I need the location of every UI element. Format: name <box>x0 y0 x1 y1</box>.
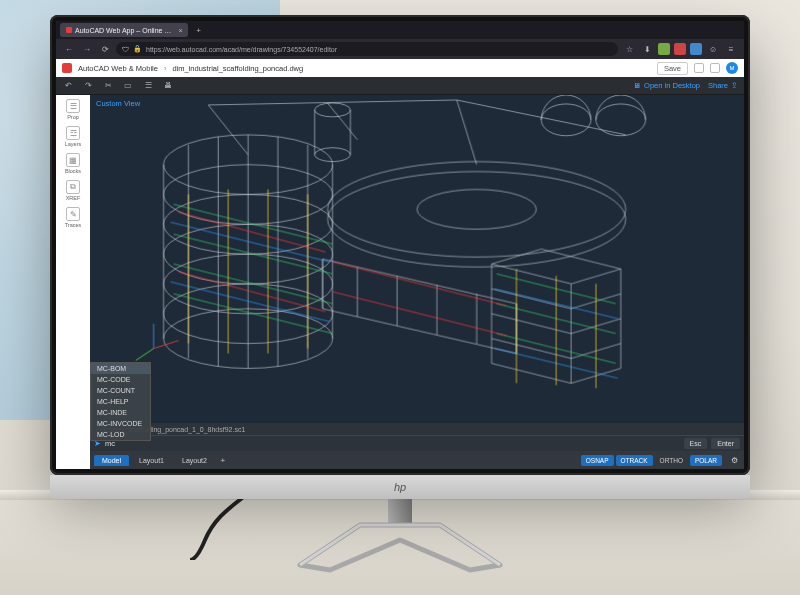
forward-button[interactable]: → <box>80 42 94 56</box>
extension-icon[interactable] <box>674 43 686 55</box>
app-toolbar: ↶ ↷ ✂ ▭ ☰ 🖶 🖥 Open in Desktop Share ⇪ <box>56 77 744 95</box>
traces-icon: ✎ <box>66 207 80 221</box>
header-icon[interactable] <box>710 63 720 73</box>
blocks-icon: ▦ <box>66 153 80 167</box>
sidebar-item-layers[interactable]: ☲Layers <box>59 126 87 147</box>
canvas[interactable] <box>90 95 744 423</box>
monitor: AutoCAD Web App – Online … × + ← → ⟳ 🛡 🔒… <box>50 15 750 475</box>
bottom-bar: Model Layout1 Layout2 + OSNAP OTRACK ORT… <box>90 451 744 469</box>
product-name: AutoCAD Web & Mobile <box>78 64 158 73</box>
extension-icon[interactable] <box>690 43 702 55</box>
autocomplete-item[interactable]: MC-HELP <box>91 396 150 407</box>
sidebar-item-xref[interactable]: ⧉XREF <box>59 180 87 201</box>
sidebar-item-traces[interactable]: ✎Traces <box>59 207 87 228</box>
left-sidebar: ☰Prop ☲Layers ▦Blocks ⧉XREF ✎Traces <box>56 95 90 469</box>
svg-point-13 <box>315 148 351 162</box>
toggle-ortho[interactable]: ORTHO <box>655 455 688 466</box>
shield-icon: 🛡 <box>122 46 129 53</box>
reload-button[interactable]: ⟳ <box>98 42 112 56</box>
desktop-icon: 🖥 <box>633 81 641 90</box>
avatar[interactable]: M <box>726 62 738 74</box>
svg-point-9 <box>417 189 536 229</box>
browser-address-bar: ← → ⟳ 🛡 🔒 https://web.autocad.com/acad/m… <box>56 39 744 59</box>
command-autocomplete-popup: MC-BOM MC-CODE MC-COUNT MC-HELP MC-INDE … <box>90 362 151 441</box>
autocomplete-item[interactable]: MC-CODE <box>91 374 150 385</box>
layers-icon[interactable]: ☰ <box>142 80 154 92</box>
add-layout-button[interactable]: + <box>217 454 229 466</box>
sidebar-item-blocks[interactable]: ▦Blocks <box>59 153 87 174</box>
account-icon[interactable]: ☺ <box>706 42 720 56</box>
url-bar[interactable]: 🛡 🔒 https://web.autocad.com/acad/me/draw… <box>116 42 618 56</box>
toggle-otrack[interactable]: OTRACK <box>616 455 653 466</box>
svg-point-8 <box>328 172 626 267</box>
tab-title: AutoCAD Web App – Online … <box>75 27 171 34</box>
toggle-polar[interactable]: POLAR <box>690 455 722 466</box>
browser-tab[interactable]: AutoCAD Web App – Online … × <box>60 23 188 37</box>
lock-icon: 🔒 <box>133 45 142 53</box>
file-name[interactable]: dim_industrial_scaffolding_poncad.dwg <box>172 64 303 73</box>
monitor-stand-base <box>290 520 510 575</box>
bookmark-star-icon[interactable]: ☆ <box>622 42 636 56</box>
svg-point-7 <box>328 162 626 257</box>
autocad-favicon <box>66 27 72 33</box>
autocomplete-item[interactable]: MC-COUNT <box>91 385 150 396</box>
properties-icon: ☰ <box>66 99 80 113</box>
share-link[interactable]: Share ⇪ <box>708 81 738 90</box>
layout-tab[interactable]: Layout1 <box>131 455 172 466</box>
url-text: https://web.autocad.com/acad/me/drawings… <box>146 46 337 53</box>
close-tab-icon[interactable]: × <box>178 27 182 34</box>
back-button[interactable]: ← <box>62 42 76 56</box>
svg-point-10 <box>541 104 591 136</box>
share-icon: ⇪ <box>731 81 738 90</box>
header-icon[interactable] <box>694 63 704 73</box>
layers-icon: ☲ <box>66 126 80 140</box>
layout-tab-model[interactable]: Model <box>94 455 129 466</box>
browser-tabstrip: AutoCAD Web App – Online … × + <box>56 21 744 39</box>
sidebar-item-prop[interactable]: ☰Prop <box>59 99 87 120</box>
extension-icon[interactable] <box>658 43 670 55</box>
autocomplete-item[interactable]: MC-INVCODE <box>91 418 150 429</box>
save-button[interactable]: Save <box>657 62 688 75</box>
svg-point-11 <box>596 104 646 136</box>
autocad-logo-icon[interactable] <box>62 63 72 73</box>
settings-gear-icon[interactable]: ⚙ <box>728 454 740 466</box>
cut-icon[interactable]: ✂ <box>102 80 114 92</box>
svg-point-12 <box>315 103 351 117</box>
print-icon[interactable]: 🖶 <box>162 80 174 92</box>
command-line: ➤ Esc Enter <box>90 435 744 451</box>
drawing-area[interactable]: Custom View <box>90 95 744 469</box>
xref-icon: ⧉ <box>66 180 80 194</box>
command-input[interactable] <box>105 439 680 448</box>
drawing-wireframe <box>90 95 744 423</box>
toggle-osnap[interactable]: OSNAP <box>581 455 614 466</box>
screen: AutoCAD Web App – Online … × + ← → ⟳ 🛡 🔒… <box>56 21 744 469</box>
autocomplete-item[interactable]: MC-BOM <box>91 363 150 374</box>
cursor-icon[interactable]: ▭ <box>122 80 134 92</box>
command-history-line: industrial_scaffolding_poncad_1_0_8hdsf9… <box>90 423 744 435</box>
autocomplete-item[interactable]: MC-INDE <box>91 407 150 418</box>
autocomplete-item[interactable]: MC-LOD <box>91 429 150 440</box>
app-header: AutoCAD Web & Mobile › dim_industrial_sc… <box>56 59 744 77</box>
hamburger-menu-icon[interactable]: ≡ <box>724 42 738 56</box>
breadcrumb-separator: › <box>164 64 167 73</box>
open-in-desktop-link[interactable]: 🖥 Open in Desktop <box>633 81 700 90</box>
redo-icon[interactable]: ↷ <box>82 80 94 92</box>
layout-tab[interactable]: Layout2 <box>174 455 215 466</box>
enter-button[interactable]: Enter <box>711 438 740 449</box>
workspace: ☰Prop ☲Layers ▦Blocks ⧉XREF ✎Traces Cust… <box>56 95 744 469</box>
new-tab-button[interactable]: + <box>192 24 204 36</box>
undo-icon[interactable]: ↶ <box>62 80 74 92</box>
download-icon[interactable]: ⬇ <box>640 42 654 56</box>
esc-button[interactable]: Esc <box>684 438 708 449</box>
monitor-bezel-logo: hp <box>50 475 750 499</box>
